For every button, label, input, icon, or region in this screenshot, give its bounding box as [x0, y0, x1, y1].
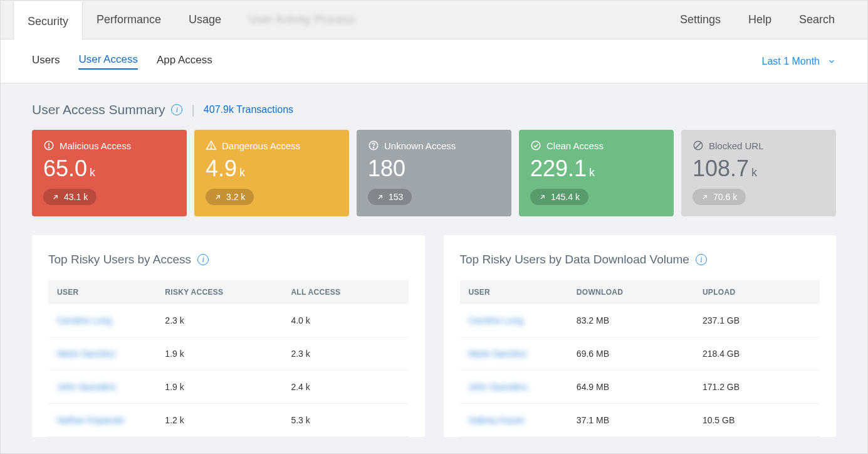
panels-row: Top Risky Users by Access i USER RISKY A…: [32, 235, 836, 437]
summary-header: User Access Summary i | 407.9k Transacti…: [32, 102, 836, 117]
stat-label: Dangerous Access: [222, 140, 300, 151]
user-link[interactable]: Caroline Long: [460, 304, 568, 337]
user-link[interactable]: Marie Sanchez: [460, 337, 568, 371]
table-row: Marie Sanchez69.6 MB218.4 GB: [460, 337, 820, 371]
stat-pill: 3.2 k: [206, 189, 254, 205]
arrow-up-right-icon: [214, 194, 221, 201]
user-link[interactable]: John Saunders: [460, 371, 568, 404]
alert-circle-icon: [43, 140, 55, 151]
tab-usage[interactable]: Usage: [175, 1, 235, 39]
info-icon[interactable]: i: [696, 254, 707, 265]
svg-line-14: [703, 195, 707, 199]
arrow-up-right-icon: [539, 194, 546, 201]
download-cell: 64.9 MB: [568, 371, 694, 404]
chevron-down-icon: [827, 57, 836, 66]
stat-pill: 145.4 k: [530, 189, 588, 205]
risky-cell: 2.3 k: [156, 304, 282, 337]
svg-point-2: [48, 147, 49, 148]
svg-point-10: [531, 141, 540, 150]
col-risky: RISKY ACCESS: [156, 280, 282, 304]
stat-pill: 70.6 k: [693, 189, 746, 205]
risky-download-table: USER DOWNLOAD UPLOAD Caroline Long83.2 M…: [460, 280, 820, 437]
stat-label: Unknown Access: [384, 140, 456, 151]
info-icon[interactable]: i: [197, 254, 209, 265]
nav-help[interactable]: Help: [735, 1, 785, 39]
svg-line-9: [379, 195, 382, 199]
stat-pill: 43.1 k: [43, 189, 97, 205]
stat-card-unknown[interactable]: Unknown Access 180 153: [357, 130, 511, 216]
stat-pill: 153: [368, 189, 412, 205]
nav-search[interactable]: Search: [785, 1, 849, 39]
table-row: Caroline Long2.3 k4.0 k: [48, 304, 409, 337]
tab-performance[interactable]: Performance: [83, 1, 175, 39]
block-circle-icon: [693, 140, 704, 151]
svg-line-13: [695, 142, 701, 149]
all-cell: 2.4 k: [282, 371, 408, 404]
stat-label: Blocked URL: [709, 140, 764, 151]
info-icon[interactable]: i: [171, 104, 182, 115]
subtab-user-access[interactable]: User Access: [78, 53, 137, 70]
stat-label: Clean Access: [546, 140, 604, 151]
table-row: Marie Sanchez1.9 k2.3 k: [48, 337, 409, 371]
arrow-up-right-icon: [52, 194, 59, 201]
check-circle-icon: [530, 140, 541, 151]
download-cell: 69.6 MB: [568, 337, 694, 371]
main-content: User Access Summary i | 407.9k Transacti…: [1, 83, 867, 454]
svg-point-8: [373, 147, 374, 148]
user-link[interactable]: Gabrey Kazan: [460, 404, 568, 437]
upload-cell: 237.1 GB: [694, 304, 820, 337]
stat-card-dangerous[interactable]: Dangerous Access 4.9k 3.2 k: [194, 130, 349, 216]
stat-cards-row: Malicious Access 65.0k 43.1 k Dangerous …: [32, 130, 836, 216]
table-row: John Saunders1.9 k2.4 k: [48, 371, 409, 404]
table-row: Caroline Long83.2 MB237.1 GB: [460, 304, 820, 337]
stat-value: 229.1k: [530, 157, 662, 180]
time-range-label: Last 1 Month: [762, 56, 820, 67]
tab-security[interactable]: Security: [13, 1, 83, 40]
tab-redacted[interactable]: User Activity Process: [235, 1, 369, 39]
user-link[interactable]: Nathan Kopanski: [48, 404, 156, 437]
stat-card-blocked[interactable]: Blocked URL 108.7k 70.6 k: [681, 130, 836, 216]
col-all: ALL ACCESS: [282, 280, 408, 304]
question-circle-icon: [368, 140, 379, 151]
all-cell: 2.3 k: [282, 337, 408, 371]
summary-title: User Access Summary: [32, 102, 165, 117]
svg-point-5: [211, 147, 211, 148]
separator: |: [191, 102, 194, 117]
col-upload: UPLOAD: [694, 280, 820, 304]
stat-card-malicious[interactable]: Malicious Access 65.0k 43.1 k: [32, 130, 187, 216]
stat-label: Malicious Access: [60, 140, 131, 151]
stat-value: 108.7k: [693, 157, 825, 180]
nav-settings[interactable]: Settings: [666, 1, 735, 39]
table-row: Gabrey Kazan37.1 MB10.5 GB: [460, 404, 820, 437]
svg-line-11: [541, 195, 545, 199]
upload-cell: 10.5 GB: [694, 404, 820, 437]
top-navbar: Security Performance Usage User Activity…: [1, 1, 867, 40]
svg-line-3: [54, 195, 58, 199]
sub-navbar: Users User Access App Access Last 1 Mont…: [1, 40, 867, 83]
upload-cell: 171.2 GB: [694, 371, 820, 404]
col-user: USER: [460, 280, 568, 304]
risky-cell: 1.9 k: [156, 371, 282, 404]
risky-access-table: USER RISKY ACCESS ALL ACCESS Caroline Lo…: [48, 280, 409, 437]
arrow-up-right-icon: [377, 194, 384, 201]
user-link[interactable]: Caroline Long: [48, 304, 156, 337]
all-cell: 4.0 k: [282, 304, 408, 337]
table-row: Nathan Kopanski1.2 k5.3 k: [48, 404, 409, 437]
user-link[interactable]: John Saunders: [48, 371, 156, 404]
stat-value: 4.9k: [206, 157, 338, 180]
subtab-app-access[interactable]: App Access: [157, 54, 212, 69]
download-cell: 83.2 MB: [568, 304, 694, 337]
subtab-users[interactable]: Users: [32, 54, 60, 69]
user-link[interactable]: Marie Sanchez: [48, 337, 156, 371]
transactions-link[interactable]: 407.9k Transactions: [204, 104, 293, 115]
panel-title: Top Risky Users by Data Download Volume: [460, 253, 689, 267]
table-row: John Saunders64.9 MB171.2 GB: [460, 371, 820, 404]
col-download: DOWNLOAD: [568, 280, 694, 304]
warning-triangle-icon: [206, 140, 217, 151]
stat-card-clean[interactable]: Clean Access 229.1k 145.4 k: [519, 130, 674, 216]
col-user: USER: [48, 280, 156, 304]
risky-cell: 1.9 k: [156, 337, 282, 371]
panel-risky-download: Top Risky Users by Data Download Volume …: [444, 235, 837, 437]
time-range-dropdown[interactable]: Last 1 Month: [762, 56, 837, 67]
panel-risky-access: Top Risky Users by Access i USER RISKY A…: [32, 235, 425, 437]
